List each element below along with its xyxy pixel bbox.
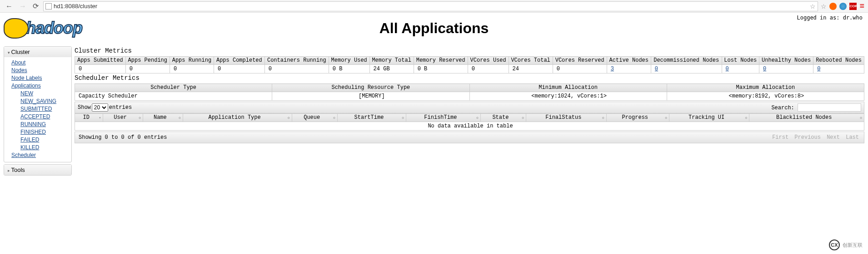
th-decommissioned-nodes: Decommissioned Nodes [651, 57, 722, 65]
search-input[interactable] [798, 103, 861, 112]
th-resource-type: Scheduling Resource Type [272, 84, 469, 92]
td-apps-running: 0 [170, 65, 214, 73]
th-blacklisted[interactable]: Blacklisted Nodes◇ [749, 114, 864, 122]
active-nodes-link[interactable]: 3 [611, 66, 614, 72]
td-memory-reserved: 0 B [414, 65, 468, 73]
page-previous[interactable]: Previous [794, 134, 821, 141]
td-vcores-total: 24 [509, 65, 553, 73]
td-lost-nodes: 0 [722, 65, 759, 73]
scheduler-metrics-title: Scheduler Metrics [75, 74, 864, 82]
rebooted-nodes-link[interactable]: 0 [817, 66, 820, 72]
sidebar-link-killed[interactable]: KILLED [20, 144, 69, 151]
bookmark-star-icon[interactable]: ☆ [810, 3, 816, 10]
sidebar-link-submitted[interactable]: SUBMITTED [20, 105, 69, 113]
sidebar-header-cluster[interactable]: Cluster [4, 47, 71, 57]
forward-button[interactable]: → [17, 1, 28, 11]
ext-globe-icon[interactable] [839, 3, 847, 10]
sidebar-link-new[interactable]: NEW [20, 90, 69, 98]
td-max-alloc: <memory:8192, vCores:8> [667, 92, 864, 101]
td-memory-total: 24 GB [369, 65, 414, 73]
browser-toolbar: ← → ⟳ hd1:8088/cluster ☆ ☆ CORS ≡ [0, 0, 868, 13]
scheduler-metrics-row: Capacity Scheduler [MEMORY] <memory:1024… [75, 92, 864, 101]
th-vcores-total: VCores Total [509, 57, 553, 65]
page-last[interactable]: Last [846, 134, 859, 141]
cluster-metrics-title: Cluster Metrics [75, 47, 864, 54]
table-controls: Show 20 entries Search: [75, 102, 864, 113]
sidebar-link-failed[interactable]: FAILED [20, 136, 69, 144]
sidebar-link-finished[interactable]: FINISHED [20, 128, 69, 136]
th-progress[interactable]: Progress◇ [606, 114, 669, 122]
th-name[interactable]: Name◇ [143, 114, 183, 122]
sidebar-link-nodes[interactable]: Nodes [11, 67, 69, 74]
sort-icon: ◇ [665, 117, 667, 119]
page-next[interactable]: Next [827, 134, 840, 141]
ext-translate-icon[interactable]: ☆ [821, 3, 827, 10]
back-button[interactable]: ← [4, 1, 15, 11]
table-footer: Showing 0 to 0 of 0 entries First Previo… [75, 132, 864, 143]
sort-icon: ◇ [179, 117, 181, 119]
th-scheduler-type: Scheduler Type [75, 84, 272, 92]
sort-icon: ◇ [745, 117, 748, 119]
page-size-select[interactable]: 20 [92, 103, 108, 112]
sort-icon: ▾ [99, 117, 101, 119]
sort-icon: ◇ [860, 117, 862, 119]
showing-text: Showing 0 to 0 of 0 entries [79, 134, 167, 141]
cluster-metrics-row: 0 0 0 0 0 0 B 24 GB 0 B 0 24 0 3 0 0 [75, 65, 864, 73]
td-apps-completed: 0 [214, 65, 264, 73]
th-id[interactable]: ID▾ [75, 114, 103, 122]
no-data-row: No data available in table [75, 122, 864, 131]
main-content: Cluster Metrics Apps Submitted Apps Pend… [75, 46, 864, 177]
th-unhealthy-nodes: Unhealthy Nodes [759, 57, 813, 65]
address-bar[interactable]: hd1:8088/cluster ☆ [43, 1, 818, 11]
decommissioned-nodes-link[interactable]: 0 [655, 66, 658, 72]
th-app-type[interactable]: Application Type◇ [183, 114, 292, 122]
th-apps-pending: Apps Pending [125, 57, 170, 65]
reload-button[interactable]: ⟳ [31, 1, 40, 11]
th-apps-completed: Apps Completed [214, 57, 264, 65]
ext-cors-icon[interactable]: CORS [849, 3, 857, 10]
td-apps-pending: 0 [125, 65, 170, 73]
entries-label: entries [109, 104, 132, 111]
th-starttime[interactable]: StartTime◇ [337, 114, 406, 122]
td-vcores-reserved: 0 [553, 65, 607, 73]
th-user[interactable]: User◇ [103, 114, 143, 122]
page-icon [45, 3, 52, 10]
th-memory-reserved: Memory Reserved [414, 57, 468, 65]
sidebar-link-node-labels[interactable]: Node Labels [11, 74, 69, 82]
sidebar-link-new-saving[interactable]: NEW_SAVING [20, 98, 69, 105]
td-containers-running: 0 [264, 65, 329, 73]
sidebar-link-about[interactable]: About [11, 59, 69, 67]
td-active-nodes: 3 [607, 65, 651, 73]
sidebar-link-accepted[interactable]: ACCEPTED [20, 113, 69, 121]
td-vcores-used: 0 [468, 65, 509, 73]
applications-table: ID▾ User◇ Name◇ Application Type◇ Queue◇… [75, 113, 864, 131]
sidebar-link-scheduler[interactable]: Scheduler [11, 151, 69, 159]
th-containers-running: Containers Running [264, 57, 329, 65]
sidebar-link-running[interactable]: RUNNING [20, 121, 69, 128]
sort-icon: ◇ [602, 117, 604, 119]
lost-nodes-link[interactable]: 0 [726, 66, 729, 72]
th-max-alloc: Maximum Allocation [667, 84, 864, 92]
th-memory-total: Memory Total [369, 57, 414, 65]
sidebar: Cluster About Nodes Node Labels Applicat… [4, 46, 72, 177]
sidebar-link-applications[interactable]: Applications [11, 82, 69, 90]
th-memory-used: Memory Used [329, 57, 369, 65]
th-final-status[interactable]: FinalStatus◇ [526, 114, 606, 122]
sidebar-header-tools[interactable]: Tools [4, 165, 71, 175]
td-scheduler-type: Capacity Scheduler [75, 92, 272, 101]
th-state[interactable]: State◇ [480, 114, 526, 122]
th-finishtime[interactable]: FinishTime◇ [406, 114, 480, 122]
page-first[interactable]: First [772, 134, 788, 141]
th-apps-submitted: Apps Submitted [75, 57, 126, 65]
unhealthy-nodes-link[interactable]: 0 [763, 66, 766, 72]
th-tracking[interactable]: Tracking UI◇ [669, 114, 749, 122]
th-active-nodes: Active Nodes [607, 57, 651, 65]
td-rebooted-nodes: 0 [813, 65, 864, 73]
th-queue[interactable]: Queue◇ [292, 114, 337, 122]
th-vcores-reserved: VCores Reserved [553, 57, 607, 65]
sort-icon: ◇ [288, 117, 290, 119]
ext-orange-icon[interactable] [829, 3, 837, 10]
th-min-alloc: Minimum Allocation [469, 84, 667, 92]
th-rebooted-nodes: Rebooted Nodes [813, 57, 864, 65]
browser-menu-icon[interactable]: ≡ [859, 1, 864, 11]
